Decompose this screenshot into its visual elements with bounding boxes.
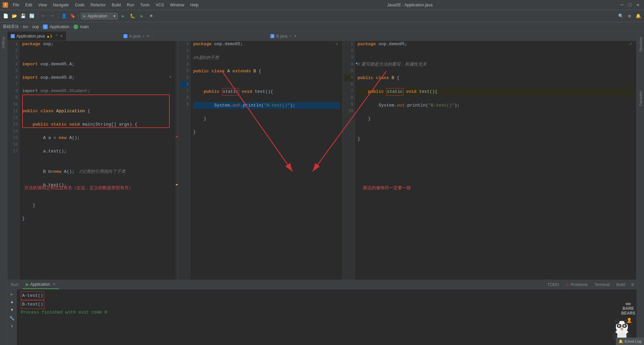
menu-vcs[interactable]: VCS [153, 2, 167, 8]
open-button[interactable]: 📂 [11, 12, 18, 20]
breadcrumb-method-icon [73, 24, 78, 29]
run-coverage-button[interactable]: ▶ [138, 12, 146, 20]
favorites-tab[interactable]: Favorites [638, 88, 643, 109]
breadcrumb-java-icon: J [43, 24, 48, 29]
tab-java-icon-right: J [270, 34, 274, 38]
left-sidebar: Project [0, 31, 7, 345]
menu-view[interactable]: View [36, 2, 50, 8]
new-file-button[interactable]: 📄 [2, 12, 9, 20]
structure-tab[interactable]: Structure [638, 34, 643, 55]
breadcrumb-oop[interactable]: oop [32, 24, 39, 29]
debug-button[interactable]: 🐛 [128, 12, 137, 20]
line-numbers-left: 1234567891011121314151617 [7, 41, 19, 280]
forward-button[interactable]: → [49, 12, 56, 20]
menu-tools[interactable]: Tools [138, 2, 152, 8]
run-output: A-test() B-test() Process finished with … [17, 289, 570, 345]
tab-run[interactable]: ▶ Application ✕ [22, 280, 59, 289]
run-again-button[interactable]: ▶ [9, 291, 15, 297]
menu-refactor[interactable]: Refactor [88, 2, 108, 8]
scroll-to-end-button[interactable]: ⬇ [9, 323, 15, 330]
save-button[interactable]: 💾 [19, 12, 27, 20]
run-config-dropdown[interactable]: ▶ Application ▾ [81, 13, 118, 19]
maximize-button[interactable]: □ [627, 2, 633, 8]
tab-mid-close[interactable]: ✕ [147, 34, 149, 38]
tab-right-close[interactable]: ✕ [294, 34, 297, 38]
breadcrumb-application[interactable]: Application [50, 24, 69, 29]
menu-window[interactable]: Window [167, 2, 187, 8]
tab-a-java[interactable]: J A.java ✓ ✕ [120, 31, 153, 41]
scrollbar-left[interactable] [175, 41, 178, 280]
editor-panel-mid: 1234566789 package oop.demo05; //A是B的子类 … [178, 41, 343, 280]
run-button[interactable]: ▶ [119, 12, 127, 20]
we-bare-bears-text: weBAREBEARS [621, 301, 635, 316]
warn-marker [176, 184, 178, 185]
tab-left-warn: ▲3 [46, 34, 52, 38]
code-area-right[interactable]: 123455678910 package oop.demo05; // 重写都是… [343, 41, 636, 280]
tab-right-ok: ✓ [289, 34, 292, 38]
svg-point-5 [614, 319, 620, 324]
run-label: Run: [7, 282, 22, 287]
tab-b-java[interactable]: J B.java ✓ ✕ [267, 31, 300, 41]
tab-application-java[interactable]: J Application.java ▲3 ⌃ ✕ [7, 31, 66, 41]
breadcrumb-main[interactable]: main [80, 24, 89, 29]
output-box-1: A-test() [21, 291, 44, 300]
menu-run[interactable]: Run [124, 2, 137, 8]
output-line-2: B-test() [21, 300, 566, 309]
menu-code[interactable]: Code [72, 2, 87, 8]
tab-java-icon-left: J [11, 34, 15, 38]
menu-build[interactable]: Build [109, 2, 123, 8]
minimize-button[interactable]: ─ [619, 2, 625, 8]
right-sidebar: Structure Favorites [637, 31, 644, 345]
tab-right-label: B.java [276, 34, 287, 39]
check-indicator-mid: ✓ [336, 41, 338, 47]
close-button[interactable]: ✕ [635, 2, 641, 8]
settings-button[interactable]: ⚙ [626, 12, 633, 20]
user-button[interactable]: 👤 [60, 12, 68, 20]
breadcrumb-src[interactable]: src [23, 24, 28, 29]
tab-left-label: Application.java [16, 34, 45, 39]
bookmark-button[interactable]: 🔖 [69, 12, 76, 20]
tab-terminal[interactable]: Terminal [591, 280, 613, 289]
tab-build[interactable]: Build [613, 280, 629, 289]
menu-edit[interactable]: Edit [22, 2, 35, 8]
toolbar-sep-2 [58, 13, 58, 19]
tab-mid-label: A.java [129, 34, 140, 39]
project-tab[interactable]: Project [1, 34, 6, 51]
event-log-button[interactable]: 🔔 Event Log [616, 338, 644, 345]
stop-button[interactable]: ■ [147, 12, 155, 20]
scroll-down-button[interactable]: ▼ [9, 307, 15, 314]
menu-help[interactable]: Help [187, 2, 201, 8]
bottom-settings-button[interactable]: ⚙ [629, 282, 637, 287]
editor-panel-right: 123455678910 package oop.demo05; // 重写都是… [343, 41, 637, 280]
bottom-toolbar: ▶ ▲ ▼ 🔧 ⬇ [7, 289, 17, 345]
toolbar-sep-3 [78, 13, 79, 19]
tab-left-close[interactable]: ✕ [60, 34, 63, 38]
code-area-left[interactable]: 1234567891011121314151617 package oop; i… [7, 41, 178, 280]
sync-button[interactable]: 🔄 [28, 12, 36, 20]
output-box-2: B-test() [21, 300, 44, 309]
output-line-1: A-test() [21, 291, 566, 300]
tab-problems[interactable]: ⚠ Problems [562, 280, 591, 289]
wrench-button[interactable]: 🔧 [9, 315, 15, 322]
update-button[interactable]: 🔔 [635, 12, 642, 20]
back-button[interactable]: ← [40, 12, 47, 20]
decoration-area: weBAREBEARS [570, 289, 637, 345]
editor-tabs: J Application.java ▲3 ⌃ ✕ J A.java ✓ ✕ J… [7, 31, 637, 41]
toolbar: 📄 📂 💾 🔄 ← → 👤 🔖 ▶ Application ▾ ▶ 🐛 ▶ ■ … [0, 10, 644, 22]
code-content-left[interactable]: package oop; import oop.demo05.A; import… [19, 41, 178, 280]
bottom-panel-content: ▶ ▲ ▼ 🔧 ⬇ A-test() B-test() Process fini… [7, 289, 637, 345]
code-content-right[interactable]: package oop.demo05; // 重写都是方法的重写，和属性无关 p… [355, 41, 636, 280]
run-tab-close[interactable]: ✕ [53, 282, 56, 286]
menu-bar: File Edit View Navigate Code Refactor Bu… [10, 2, 201, 8]
bottom-panel: Run: ▶ Application ✕ TODO ⚠ Problems Ter… [7, 280, 637, 345]
tab-todo[interactable]: TODO [544, 280, 562, 289]
menu-file[interactable]: File [10, 2, 22, 8]
code-area-mid[interactable]: 1234566789 package oop.demo05; //A是B的子类 … [178, 41, 342, 280]
breadcrumb-root[interactable]: 基础语法 [3, 24, 19, 29]
scroll-up-button[interactable]: ▲ [9, 299, 15, 305]
search-button[interactable]: 🔍 [617, 12, 625, 20]
bottom-tabs: Run: ▶ Application ✕ TODO ⚠ Problems Ter… [7, 280, 637, 289]
menu-navigate[interactable]: Navigate [50, 2, 71, 8]
code-content-mid[interactable]: package oop.demo05; //A是B的子类 public clas… [191, 41, 342, 280]
svg-point-18 [628, 318, 631, 321]
